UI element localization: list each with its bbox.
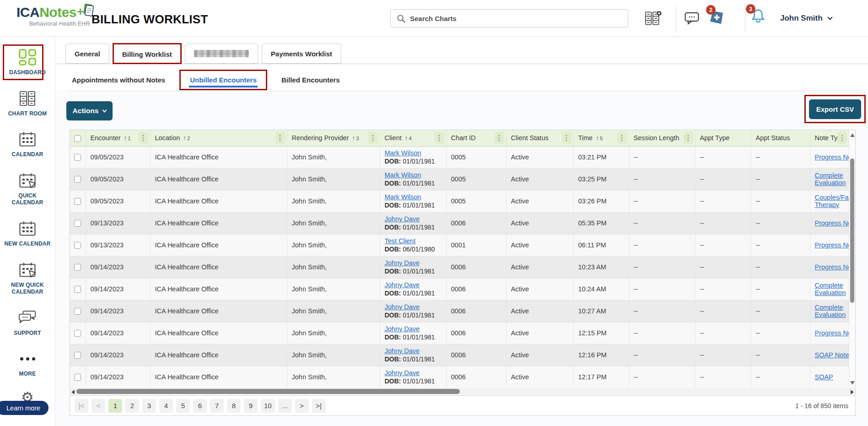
- messages-icon[interactable]: [685, 12, 699, 25]
- column-header-encounter[interactable]: Encounter↑1⋮: [86, 130, 150, 146]
- sidebar-item-new-calendar[interactable]: NEW CALENDAR: [0, 220, 55, 248]
- sidebar-item-calendar[interactable]: CALENDAR: [0, 131, 55, 158]
- column-menu-icon[interactable]: ⋮: [495, 132, 504, 144]
- column-header-location[interactable]: Location↑2⋮: [150, 130, 287, 146]
- column-header-client[interactable]: Client↑4⋮: [380, 130, 446, 146]
- pager-page-6[interactable]: 6: [193, 399, 207, 413]
- row-checkbox[interactable]: [74, 198, 81, 205]
- note-type-link[interactable]: Progress Note: [815, 219, 849, 227]
- note-type-link[interactable]: Couples/Family Therapy: [815, 194, 849, 208]
- row-checkbox[interactable]: [74, 220, 81, 227]
- pager-first-button[interactable]: |<: [75, 399, 88, 413]
- subtab-billed-encounters[interactable]: Billed Encounters: [272, 71, 349, 91]
- sidebar-item-chart-room[interactable]: CHART ROOM: [0, 90, 55, 118]
- pager-next-button[interactable]: >: [295, 399, 309, 413]
- pager-page-7[interactable]: 7: [210, 399, 224, 413]
- note-type-link[interactable]: Complete Evaluation: [815, 282, 846, 296]
- note-type-link[interactable]: Complete Evaluation: [815, 304, 846, 318]
- client-link[interactable]: Test Client: [385, 237, 416, 245]
- client-link[interactable]: Johny Dave: [385, 215, 420, 223]
- time-cell: 10:23 AM: [573, 256, 629, 278]
- note-type-link[interactable]: Progress Note: [815, 153, 849, 161]
- tab-payments-worklist[interactable]: Payments Worklist: [262, 44, 341, 64]
- column-menu-icon[interactable]: ⋮: [837, 132, 847, 144]
- column-menu-icon[interactable]: ⋮: [562, 132, 571, 144]
- pager-page-10[interactable]: 10: [261, 399, 275, 413]
- client-link[interactable]: Mark Wilson: [385, 171, 421, 179]
- export-csv-button[interactable]: Export CSV: [809, 99, 861, 119]
- row-checkbox[interactable]: [74, 242, 81, 249]
- note-type-link[interactable]: Complete Evaluation: [815, 172, 846, 186]
- column-menu-icon[interactable]: ⋮: [139, 132, 148, 144]
- row-checkbox[interactable]: [74, 374, 81, 381]
- column-header-session-length[interactable]: Session Length⋮: [629, 130, 695, 146]
- client-link[interactable]: Johny Dave: [385, 259, 420, 267]
- column-header-appt-type[interactable]: Appt Type: [695, 130, 751, 146]
- pager-page-3[interactable]: 3: [142, 399, 156, 413]
- row-checkbox[interactable]: [74, 154, 81, 161]
- row-checkbox[interactable]: [74, 352, 81, 359]
- vertical-scroll-thumb[interactable]: [850, 158, 854, 303]
- note-type-link[interactable]: SOAP Note: [815, 351, 849, 359]
- pager-page-1[interactable]: 1: [108, 399, 122, 413]
- pager-prev-button[interactable]: <: [92, 399, 105, 413]
- column-header-chart-id[interactable]: Chart ID⋮: [446, 130, 506, 146]
- client-link[interactable]: Johny Dave: [385, 281, 420, 289]
- client-link[interactable]: Mark Wilson: [385, 193, 421, 201]
- column-header-time[interactable]: Time↑5⋮: [573, 130, 629, 146]
- subtab-unbilled-encounters[interactable]: Unbilled Encounters: [181, 71, 266, 91]
- column-header-note-type[interactable]: Note Type⋮: [810, 130, 849, 146]
- tab-redacted[interactable]: [185, 44, 258, 64]
- scroll-up-icon[interactable]: [850, 133, 855, 137]
- pager-page-8[interactable]: 8: [227, 399, 241, 413]
- pager-page-9[interactable]: 9: [244, 399, 258, 413]
- column-menu-icon[interactable]: ⋮: [368, 132, 378, 144]
- note-type-link[interactable]: Progress Note: [815, 329, 849, 337]
- sidebar-item-quick-calendar[interactable]: QUICK CALENDAR: [0, 172, 55, 207]
- sidebar-item-more[interactable]: MORE: [0, 350, 55, 378]
- column-header-appt-status[interactable]: Appt Status: [751, 130, 810, 146]
- chart-room-quick-icon[interactable]: [644, 10, 662, 27]
- horizontal-scroll-thumb[interactable]: [76, 389, 460, 394]
- row-checkbox[interactable]: [74, 264, 81, 271]
- column-header-client-status[interactable]: Client Status⋮: [506, 130, 573, 146]
- note-type-link[interactable]: Progress Note: [815, 241, 849, 249]
- column-header-rendering-provider[interactable]: Rendering Provider↑3⋮: [287, 130, 380, 146]
- scroll-left-icon[interactable]: [71, 390, 75, 394]
- column-menu-icon[interactable]: ⋮: [617, 132, 627, 144]
- search-input[interactable]: [405, 10, 628, 27]
- sidebar-item-new-quick-calendar[interactable]: NEW QUICK CALENDAR: [0, 261, 55, 296]
- client-link[interactable]: Mark Wilson: [385, 149, 421, 157]
- learn-more-button[interactable]: Learn more: [0, 401, 49, 415]
- sidebar-item-dashboard[interactable]: DASHBOARD: [0, 49, 55, 76]
- client-link[interactable]: Johny Dave: [385, 347, 420, 355]
- scroll-down-icon[interactable]: [850, 381, 855, 385]
- pager-last-button[interactable]: >|: [312, 399, 326, 413]
- select-all-checkbox[interactable]: [74, 135, 81, 142]
- tab-general[interactable]: General: [65, 44, 109, 64]
- row-checkbox[interactable]: [74, 330, 81, 337]
- column-menu-icon[interactable]: ⋮: [275, 132, 285, 144]
- actions-button[interactable]: Actions: [66, 101, 113, 120]
- sidebar-item-support[interactable]: SUPPORT: [0, 309, 55, 337]
- tab-billing-worklist[interactable]: Billing Worklist: [113, 44, 181, 65]
- row-checkbox[interactable]: [74, 308, 81, 315]
- pager-page-5[interactable]: 5: [176, 399, 190, 413]
- table-header-row: Encounter↑1⋮Location↑2⋮Rendering Provide…: [70, 130, 849, 146]
- pager-ellipsis[interactable]: ...: [278, 399, 292, 413]
- column-menu-icon[interactable]: ⋮: [435, 132, 444, 144]
- pager-page-2[interactable]: 2: [125, 399, 139, 413]
- client-link[interactable]: Johny Dave: [385, 325, 420, 333]
- note-type-link[interactable]: Progress Note: [815, 263, 849, 271]
- user-menu[interactable]: John Smith: [780, 0, 832, 37]
- row-checkbox[interactable]: [74, 286, 81, 293]
- row-checkbox[interactable]: [74, 176, 81, 183]
- subtab-appointments-without-notes[interactable]: Appointments without Notes: [63, 71, 174, 91]
- client-link[interactable]: Johny Dave: [385, 303, 420, 311]
- column-header-select-all[interactable]: [70, 130, 86, 146]
- pager-page-4[interactable]: 4: [159, 399, 173, 413]
- scroll-right-icon[interactable]: [851, 390, 854, 394]
- column-menu-icon[interactable]: ⋮: [684, 132, 693, 144]
- client-link[interactable]: Johny Dave: [385, 369, 420, 377]
- note-type-link[interactable]: SOAP: [815, 373, 833, 381]
